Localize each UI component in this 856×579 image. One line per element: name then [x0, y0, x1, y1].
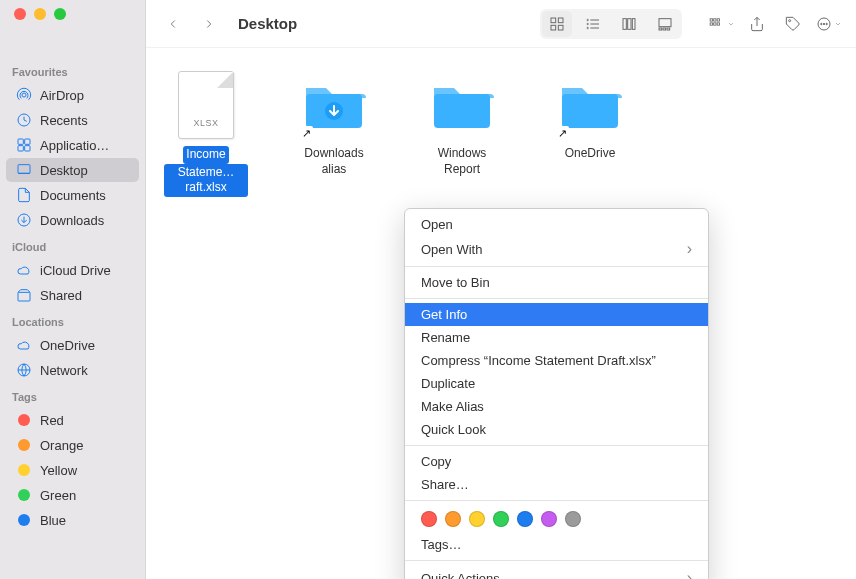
file-label: IncomeStateme…raft.xlsx: [164, 146, 248, 197]
more-actions-button[interactable]: [814, 11, 844, 37]
file-item[interactable]: ↗OneDrive: [548, 70, 632, 162]
sidebar-item-icloud-drive[interactable]: iCloud Drive: [6, 258, 139, 282]
svg-rect-19: [717, 18, 719, 20]
close-window-button[interactable]: [14, 8, 26, 20]
svg-rect-1: [558, 18, 563, 23]
file-label: Windows Report: [420, 146, 504, 177]
file-label-line: Income: [183, 146, 228, 164]
ctx-quick-look[interactable]: Quick Look: [405, 418, 708, 441]
ctx-separator: [405, 266, 708, 267]
sidebar-item-label: Green: [40, 488, 76, 503]
chevron-right-icon: [687, 240, 692, 258]
file-item[interactable]: XLSX IncomeStateme…raft.xlsx: [164, 70, 248, 197]
tag-color-dot[interactable]: [421, 511, 437, 527]
download-icon: [16, 212, 32, 228]
folder-icon: [427, 70, 497, 140]
ctx-share[interactable]: Share…: [405, 473, 708, 496]
tag-color-dot[interactable]: [565, 511, 581, 527]
main-area: XLSX IncomeStateme…raft.xlsx ↗Downloads …: [146, 48, 856, 579]
column-view-button[interactable]: [614, 11, 644, 37]
group-by-button[interactable]: [706, 11, 736, 37]
ctx-separator: [405, 500, 708, 501]
gallery-view-button[interactable]: [650, 11, 680, 37]
svg-rect-45: [562, 94, 618, 128]
chevron-right-icon: [687, 569, 692, 579]
share-button[interactable]: [742, 11, 772, 37]
ctx-rename[interactable]: Rename: [405, 326, 708, 349]
sidebar-item-red[interactable]: Red: [6, 408, 139, 432]
ctx-compress[interactable]: Compress “Income Statement Draft.xlsx”: [405, 349, 708, 372]
tag-color-dot[interactable]: [541, 511, 557, 527]
forward-button[interactable]: [194, 11, 224, 37]
sidebar-item-airdrop[interactable]: AirDrop: [6, 83, 139, 107]
airdrop-icon: [16, 87, 32, 103]
tag-color-dot[interactable]: [493, 511, 509, 527]
ctx-make-alias[interactable]: Make Alias: [405, 395, 708, 418]
svg-rect-18: [714, 18, 716, 20]
file-item[interactable]: ↗Downloads alias: [292, 70, 376, 177]
sidebar-item-green[interactable]: Green: [6, 483, 139, 507]
ctx-quick-actions[interactable]: Quick Actions: [405, 565, 708, 579]
file-label-line: Windows Report: [438, 146, 487, 176]
sidebar-item-recents[interactable]: Recents: [6, 108, 139, 132]
svg-point-7: [587, 19, 588, 20]
sidebar-section-label: Locations: [0, 308, 145, 332]
folder-icon: ↗: [299, 70, 369, 140]
minimize-window-button[interactable]: [34, 8, 46, 20]
sidebar-item-label: Blue: [40, 513, 66, 528]
sidebar-item-label: Documents: [40, 188, 106, 203]
sidebar-item-onedrive[interactable]: OneDrive: [6, 333, 139, 357]
cloud-icon: [16, 337, 32, 353]
alias-arrow-icon: ↗: [299, 126, 313, 140]
window-controls: [0, 0, 145, 30]
sidebar-item-blue[interactable]: Blue: [6, 508, 139, 532]
sidebar-item-applicatio-[interactable]: Applicatio…: [6, 133, 139, 157]
toolbar: Desktop: [146, 0, 856, 48]
ctx-tags[interactable]: Tags…: [405, 533, 708, 556]
sidebar-item-yellow[interactable]: Yellow: [6, 458, 139, 482]
window-body: FavouritesAirDropRecentsApplicatio…Deskt…: [0, 48, 856, 579]
svg-rect-44: [434, 94, 490, 128]
window-title: Desktop: [238, 15, 297, 32]
file-label: Downloads alias: [292, 146, 376, 177]
sidebar-item-downloads[interactable]: Downloads: [6, 208, 139, 232]
svg-rect-2: [551, 25, 556, 30]
sidebar-item-documents[interactable]: Documents: [6, 183, 139, 207]
back-button[interactable]: [158, 11, 188, 37]
sidebar-item-desktop[interactable]: Desktop: [6, 158, 139, 182]
ctx-separator: [405, 445, 708, 446]
sidebar-item-label: Network: [40, 363, 88, 378]
file-item[interactable]: Windows Report: [420, 70, 504, 177]
icon-view-button[interactable]: [542, 11, 572, 37]
ctx-separator: [405, 560, 708, 561]
tag-color-dot[interactable]: [445, 511, 461, 527]
tags-button[interactable]: [778, 11, 808, 37]
ctx-move-to-bin[interactable]: Move to Bin: [405, 271, 708, 294]
file-label-line: Downloads alias: [304, 146, 363, 176]
ctx-get-info[interactable]: Get Info: [405, 303, 708, 326]
ctx-copy[interactable]: Copy: [405, 450, 708, 473]
sidebar-item-label: Recents: [40, 113, 88, 128]
sidebar-section-label: Favourites: [0, 58, 145, 82]
ctx-open[interactable]: Open: [405, 213, 708, 236]
list-view-button[interactable]: [578, 11, 608, 37]
ctx-open-with[interactable]: Open With: [405, 236, 708, 262]
tag-color-dot[interactable]: [517, 511, 533, 527]
tag-color-dot[interactable]: [469, 511, 485, 527]
sidebar-item-orange[interactable]: Orange: [6, 433, 139, 457]
tag-dot-icon: [16, 462, 32, 478]
tag-dot-icon: [16, 512, 32, 528]
sidebar-section-label: Tags: [0, 383, 145, 407]
svg-rect-15: [663, 28, 666, 30]
ctx-duplicate[interactable]: Duplicate: [405, 372, 708, 395]
file-label: OneDrive: [565, 146, 616, 162]
context-menu: Open Open With Move to Bin Get Info Rena…: [404, 208, 709, 579]
sidebar-item-network[interactable]: Network: [6, 358, 139, 382]
sidebar-item-label: Shared: [40, 288, 82, 303]
fullscreen-window-button[interactable]: [54, 8, 66, 20]
sidebar-item-shared[interactable]: Shared: [6, 283, 139, 307]
svg-rect-39: [18, 292, 30, 301]
svg-rect-34: [25, 146, 30, 151]
svg-rect-35: [18, 165, 30, 174]
sidebar-item-label: Downloads: [40, 213, 104, 228]
